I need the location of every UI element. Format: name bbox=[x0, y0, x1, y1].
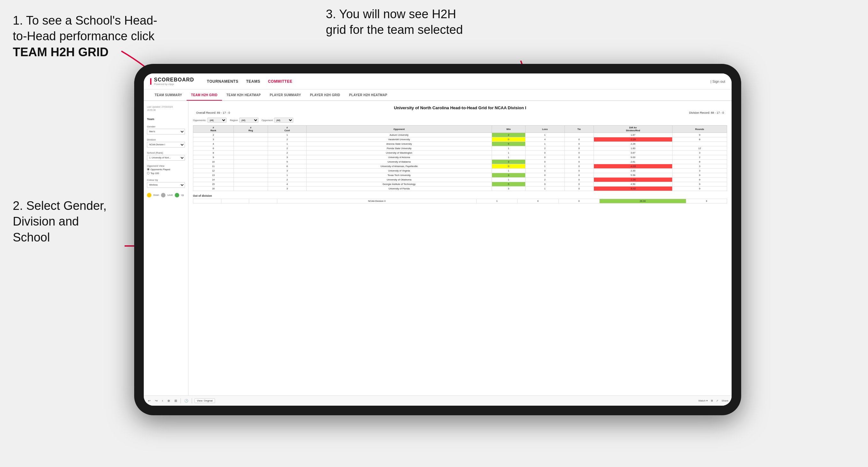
cell-conf: 2 bbox=[268, 137, 306, 142]
content-area: Last Updated: 27/03/2024 16:55:38 Team G… bbox=[144, 101, 732, 396]
cell-opponent: Florida State University bbox=[306, 146, 492, 151]
cell-opponent: University of Virginia bbox=[306, 169, 492, 173]
color-up bbox=[175, 193, 179, 197]
table-row: 11 6 University of Arkansas, Fayettevill… bbox=[193, 164, 727, 169]
cell-conf: 1 bbox=[268, 173, 306, 178]
cell-opponent: University of Alabama bbox=[306, 160, 492, 164]
expand-btn[interactable]: ⤢ bbox=[716, 399, 718, 402]
cell-rounds: 3 bbox=[673, 169, 727, 173]
col-rounds: Rounds bbox=[673, 126, 727, 133]
nav-items: TOURNAMENTS TEAMS COMMITTEE bbox=[207, 79, 292, 84]
cell-tie: 0 bbox=[564, 173, 594, 178]
cell-rank: 15 bbox=[193, 182, 234, 187]
cell-reg bbox=[234, 146, 268, 151]
annotation-3: 3. You will now see H2H grid for the tea… bbox=[326, 6, 463, 38]
grid-title: University of North Carolina Head-to-Hea… bbox=[193, 105, 727, 110]
filter-opponent: Opponent (All) bbox=[261, 118, 293, 123]
cell-conf: 1 bbox=[268, 142, 306, 146]
cell-rank: 4 bbox=[193, 142, 234, 146]
cell-opponent: University of Arizona bbox=[306, 155, 492, 160]
cell-reg bbox=[234, 182, 268, 187]
share-btn[interactable]: Share bbox=[722, 399, 728, 402]
toolbar-divider-2 bbox=[192, 398, 192, 403]
col-reg: #Reg bbox=[234, 126, 268, 133]
logo-area: SCOREBOARD Powered by clippi bbox=[150, 77, 194, 86]
cell-opponent: Vanderbilt University bbox=[306, 137, 492, 142]
table-row: 12 3 University of Virginia 1 0 0 2.33 3 bbox=[193, 169, 727, 173]
cell-reg bbox=[234, 178, 268, 182]
col-opponent: Opponent bbox=[306, 126, 492, 133]
od-conf bbox=[249, 199, 277, 204]
cell-tie: 0 bbox=[564, 187, 594, 191]
school-select[interactable]: 1. University of Nort... bbox=[147, 155, 185, 161]
sign-out[interactable]: | Sign out bbox=[711, 80, 725, 83]
cell-reg bbox=[234, 160, 268, 164]
table-row: 4 1 Arizona State University 5 1 0 2.29 bbox=[193, 142, 727, 146]
opponents-label: Opponents: bbox=[193, 119, 206, 122]
cell-reg bbox=[234, 164, 268, 169]
table-row: 14 2 University of Oklahoma 1 2 0 -1.00 … bbox=[193, 178, 727, 182]
cell-rank: 2 bbox=[193, 133, 234, 137]
table-row: 8 2 University of Washington 1 0 0 3.67 … bbox=[193, 151, 727, 155]
table-row: 9 3 University of Arizona 1 0 0 9.00 2 bbox=[193, 155, 727, 160]
cell-win: 1 bbox=[492, 155, 525, 160]
colour-select[interactable]: Win/loss bbox=[147, 182, 185, 188]
cell-rounds bbox=[673, 142, 727, 146]
cell-loss: 0 bbox=[525, 151, 564, 155]
copy-btn[interactable]: ⊕ bbox=[166, 399, 171, 403]
logo-accent bbox=[150, 78, 151, 85]
cell-reg bbox=[234, 137, 268, 142]
radio-opponents-played[interactable]: Opponents Played bbox=[147, 168, 185, 171]
cell-tie: 0 bbox=[564, 182, 594, 187]
opponents-select[interactable]: (All) bbox=[207, 118, 226, 123]
subnav-team-summary[interactable]: TEAM SUMMARY bbox=[150, 90, 187, 101]
region-select[interactable]: (All) bbox=[239, 118, 258, 123]
radio-top100[interactable]: Top 100 bbox=[147, 172, 185, 175]
opponent-view-radio: Opponents Played Top 100 bbox=[147, 168, 185, 175]
od-tie: 0 bbox=[558, 199, 599, 204]
cell-diff: 1.67 bbox=[594, 133, 672, 137]
opponent-select[interactable]: (All) bbox=[274, 118, 293, 123]
cell-conf: 5 bbox=[268, 160, 306, 164]
back-btn[interactable]: ‹ bbox=[161, 399, 164, 403]
cell-loss: 0 bbox=[525, 173, 564, 178]
nav-teams[interactable]: TEAMS bbox=[246, 79, 260, 84]
col-diff: Diff AvStrokes/Rnd bbox=[594, 126, 672, 133]
division-select[interactable]: NCAA Division I bbox=[147, 142, 185, 148]
cell-loss: 4 bbox=[525, 137, 564, 142]
cell-tie: 0 bbox=[564, 169, 594, 173]
cell-opponent: University of Washington bbox=[306, 151, 492, 155]
subnav-player-summary[interactable]: PLAYER SUMMARY bbox=[265, 90, 305, 101]
cell-rounds: 9 bbox=[673, 133, 727, 137]
annotation-2: 2. Select Gender, Division and School bbox=[13, 198, 107, 245]
grid-records: Overall Record: 89 - 17 - 0 Division Rec… bbox=[193, 111, 727, 114]
table-row: 2 1 Auburn University 2 1 1.67 9 bbox=[193, 133, 727, 137]
cell-diff: -4.33 bbox=[594, 164, 672, 169]
subnav-player-h2h-heatmap[interactable]: PLAYER H2H HEATMAP bbox=[345, 90, 392, 101]
cell-tie: 0 bbox=[564, 137, 594, 142]
gender-select[interactable]: Men's bbox=[147, 129, 185, 134]
undo-btn[interactable]: ↩ bbox=[147, 399, 151, 403]
cell-tie: 0 bbox=[564, 142, 594, 146]
cell-diff: 5.56 bbox=[594, 173, 672, 178]
cell-reg bbox=[234, 142, 268, 146]
redo-btn[interactable]: ↪ bbox=[154, 399, 158, 403]
toolbar-right: Watch ▾ ⊞ ⤢ Share bbox=[699, 399, 728, 402]
subnav-team-h2h-heatmap[interactable]: TEAM H2H HEATMAP bbox=[222, 90, 265, 101]
nav-committee[interactable]: COMMITTEE bbox=[268, 79, 292, 84]
cell-diff: -1.00 bbox=[594, 178, 672, 182]
od-reg bbox=[221, 199, 249, 204]
region-label: Region bbox=[230, 119, 238, 122]
subnav-team-h2h-grid[interactable]: TEAM H2H GRID bbox=[187, 90, 222, 101]
subnav-player-h2h-grid[interactable]: PLAYER H2H GRID bbox=[305, 90, 345, 101]
watch-btn[interactable]: Watch ▾ bbox=[699, 399, 708, 402]
division-record: Division Record: 88 - 17 - 0 bbox=[689, 111, 724, 114]
view-original-btn[interactable]: View: Original bbox=[194, 398, 215, 403]
layout-btn[interactable]: ⊞ bbox=[711, 399, 713, 402]
cell-loss: 1 bbox=[525, 164, 564, 169]
paste-btn[interactable]: ⊞ bbox=[174, 399, 178, 403]
cell-diff: 2.33 bbox=[594, 169, 672, 173]
nav-tournaments[interactable]: TOURNAMENTS bbox=[207, 79, 239, 84]
clock-btn[interactable]: 🕐 bbox=[183, 399, 189, 403]
cell-loss: 2 bbox=[525, 178, 564, 182]
